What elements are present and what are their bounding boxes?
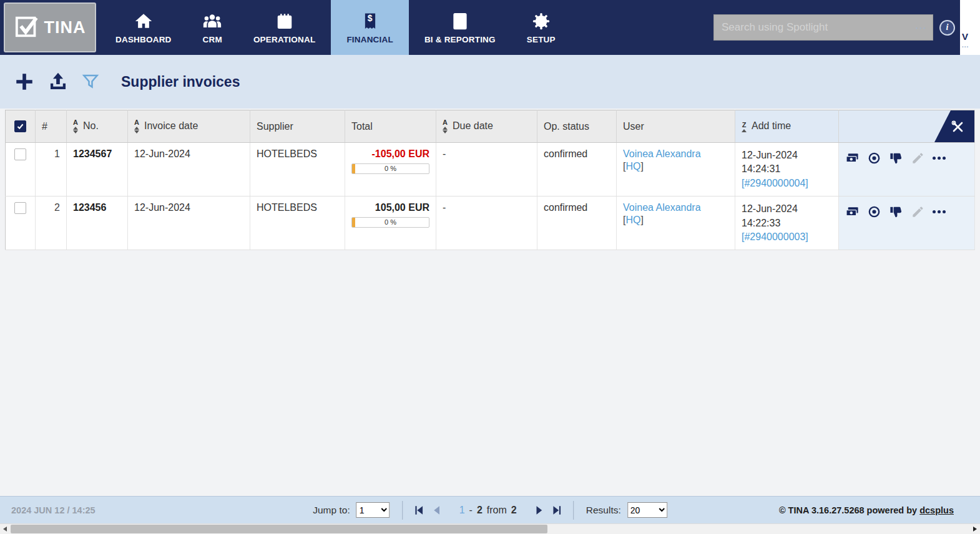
- nav-tab-operational[interactable]: OPERATIONAL: [238, 0, 331, 55]
- nav-tab-crm[interactable]: CRM: [187, 0, 238, 55]
- jump-to-select[interactable]: 1: [356, 502, 390, 518]
- more-actions-button[interactable]: [933, 210, 946, 213]
- bracket: ]: [640, 161, 643, 172]
- view-button[interactable]: [867, 205, 881, 219]
- spotlight-search-input[interactable]: [713, 14, 933, 41]
- last-page-button[interactable]: [551, 504, 563, 517]
- table-row: 2 123456 12-Jun-2024 HOTELBEDS 105,00 EU…: [6, 197, 975, 250]
- nav-tab-bi-reporting[interactable]: BI & REPORTING: [409, 0, 511, 55]
- searchbox: ...: [713, 14, 933, 41]
- results-per-page-select[interactable]: 20: [627, 502, 667, 518]
- current-datetime: 2024 JUN 12 / 14:25: [11, 505, 96, 515]
- next-page-icon: [532, 504, 545, 517]
- import-button[interactable]: [47, 71, 69, 92]
- eye-icon: [867, 151, 881, 165]
- record-ref-link[interactable]: #2940000003: [744, 231, 805, 242]
- bracket: ]: [640, 215, 643, 225]
- column-label-supplier: Supplier: [257, 121, 293, 132]
- right-panel-dots: ...: [962, 42, 969, 49]
- column-header-add-time[interactable]: Z Add time: [735, 110, 839, 143]
- row-select-cell: [6, 197, 36, 250]
- select-all-checkbox[interactable]: [14, 120, 26, 132]
- nav-tab-dashboard[interactable]: DASHBOARD: [100, 0, 187, 55]
- money-icon: [845, 151, 860, 165]
- edit-button[interactable]: [911, 205, 925, 219]
- sort-alpha-icon: A: [73, 119, 78, 134]
- results-label: Results:: [586, 505, 621, 516]
- pencil-icon: [911, 151, 925, 165]
- tools-icon: [950, 119, 965, 134]
- report-chart-icon: [451, 11, 469, 31]
- filter-button[interactable]: [81, 72, 100, 91]
- branch-link[interactable]: HQ: [625, 215, 640, 225]
- reject-button[interactable]: [889, 205, 903, 219]
- previous-page-button[interactable]: [431, 504, 444, 517]
- branch-link[interactable]: HQ: [625, 161, 640, 172]
- progress-label: 0 %: [352, 164, 429, 173]
- app-logo[interactable]: TINA: [4, 2, 96, 52]
- last-page-icon: [551, 504, 563, 517]
- nav-tab-setup-label: SETUP: [527, 35, 556, 44]
- record-ref-link[interactable]: #2940000004: [744, 178, 805, 188]
- column-label-no: No.: [83, 120, 99, 131]
- dcsplus-link[interactable]: dcsplus: [919, 505, 954, 515]
- horizontal-scrollbar[interactable]: [0, 523, 980, 534]
- edit-button[interactable]: [911, 151, 925, 165]
- range-total: 2: [511, 505, 517, 516]
- view-button[interactable]: [867, 151, 881, 165]
- payments-button[interactable]: [845, 205, 860, 219]
- op-status-cell: confirmed: [537, 143, 617, 197]
- total-amount: 105,00 EUR: [351, 202, 429, 213]
- add-time-cell: 12-Jun-2024 14:24:31 [#2940000004]: [735, 143, 839, 197]
- more-actions-button[interactable]: [933, 157, 946, 160]
- column-header-no[interactable]: A No.: [67, 110, 128, 143]
- add-invoice-button[interactable]: [14, 71, 35, 92]
- scroll-right-arrow[interactable]: [970, 524, 980, 534]
- row-checkbox[interactable]: [14, 202, 26, 214]
- status-bar: 2024 JUN 12 / 14:25 Jump to: 1 1 - 2 fro…: [0, 496, 980, 523]
- user-link[interactable]: Voinea Alexandra: [623, 202, 701, 213]
- tina-app: TINA DASHBOARD CRM OPERATIONAL: [0, 0, 980, 534]
- column-header-op-status: Op. status: [537, 110, 617, 143]
- scrollbar-thumb[interactable]: [11, 525, 547, 533]
- page-toolbar: Supplier invoices: [0, 55, 980, 109]
- column-label-invoice-date: Invoice date: [144, 120, 198, 131]
- column-header-supplier: Supplier: [250, 110, 345, 143]
- pagination-controls: Jump to: 1 1 - 2 from 2: [313, 501, 667, 520]
- nav-tab-financial[interactable]: $ FINANCIAL: [331, 0, 409, 55]
- column-header-num: #: [36, 110, 67, 143]
- column-label-op-status: Op. status: [544, 121, 589, 132]
- search-area: ... i: [713, 0, 960, 55]
- progress-label: 0 %: [352, 218, 429, 227]
- row-checkbox[interactable]: [14, 148, 26, 160]
- add-date: 12-Jun-2024: [742, 148, 832, 162]
- range-end: 2: [477, 505, 483, 516]
- column-header-invoice-date[interactable]: A Invoice date: [128, 110, 250, 143]
- add-time: 14:24:31: [742, 162, 832, 176]
- check-icon: [16, 122, 24, 130]
- gear-icon: [532, 11, 551, 31]
- reject-button[interactable]: [889, 151, 903, 165]
- info-icon[interactable]: i: [939, 20, 955, 36]
- copyright-text: © TINA 3.16.27.5268 powered by: [779, 505, 917, 515]
- invoice-date-cell: 12-Jun-2024: [128, 197, 250, 250]
- bracket: ]: [805, 178, 808, 188]
- add-time-cell: 12-Jun-2024 14:22:33 [#2940000003]: [735, 197, 839, 250]
- right-panel-cut[interactable]: V ...: [960, 0, 980, 55]
- invoice-no-cell: 1234567: [67, 143, 128, 197]
- nav-tab-setup[interactable]: SETUP: [511, 0, 571, 55]
- op-status-cell: confirmed: [537, 197, 617, 250]
- user-link[interactable]: Voinea Alexandra: [623, 148, 701, 159]
- column-header-user: User: [617, 110, 735, 143]
- payments-button[interactable]: [845, 151, 860, 165]
- search-options-dots[interactable]: ...: [915, 20, 927, 31]
- dollar-glyph: $: [361, 13, 380, 23]
- column-header-select: [6, 110, 36, 143]
- table-settings-button[interactable]: [934, 110, 974, 142]
- row-number-cell: 2: [36, 197, 67, 250]
- scroll-left-arrow[interactable]: [0, 524, 10, 534]
- money-icon: [845, 205, 860, 219]
- column-header-due-date[interactable]: A Due date: [436, 110, 537, 143]
- first-page-button[interactable]: [413, 504, 426, 517]
- next-page-button[interactable]: [532, 504, 545, 517]
